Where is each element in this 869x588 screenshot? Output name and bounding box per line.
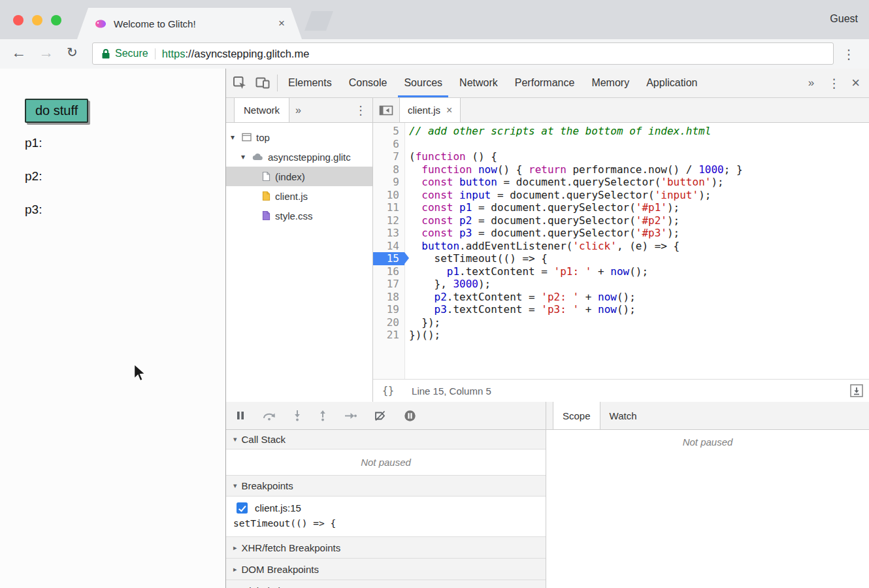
code-text: const input = document.querySelector('in…: [404, 189, 711, 202]
line-number[interactable]: 11: [373, 201, 404, 214]
code-line-7: 7(function () {: [373, 150, 869, 163]
code-line-16: 16 p1.textContent = 'p1: ' + now();: [373, 265, 869, 278]
back-icon[interactable]: ←: [11, 45, 26, 60]
line-number[interactable]: 8: [373, 163, 404, 176]
devtools-tab-application[interactable]: Application: [638, 69, 706, 97]
devtools-tab-network[interactable]: Network: [451, 69, 506, 97]
code-line-17: 17 }, 3000);: [373, 278, 869, 291]
line-number[interactable]: 18: [373, 291, 404, 304]
devtools-tab-performance[interactable]: Performance: [506, 69, 583, 97]
url-text[interactable]: https://asyncstepping.glitch.me: [162, 48, 310, 60]
address-bar[interactable]: Secure https://asyncstepping.glitch.me: [92, 42, 834, 65]
breakpoint-marker[interactable]: 15: [373, 252, 404, 265]
window-controls: [13, 15, 61, 25]
reload-icon[interactable]: ↻: [67, 46, 78, 59]
line-number[interactable]: 17: [373, 278, 404, 291]
browser-menu-icon[interactable]: ⋮: [842, 46, 855, 62]
editor-statusbar: {} Line 15, Column 5: [373, 379, 869, 402]
line-number[interactable]: 13: [373, 227, 404, 240]
code-editor[interactable]: 5// add other scripts at the bottom of i…: [373, 123, 869, 379]
pretty-print-icon[interactable]: {}: [382, 385, 394, 397]
navigator-more-tabs-icon[interactable]: »: [295, 98, 301, 122]
zoom-window-button[interactable]: [51, 15, 61, 25]
p1-text: p1:: [25, 136, 42, 150]
step-button[interactable]: [344, 412, 357, 420]
breakpoint-snippet[interactable]: setTimeout(() => {: [226, 518, 546, 529]
tab-title: Welcome to Glitch!: [114, 18, 196, 29]
minimize-window-button[interactable]: [32, 15, 42, 25]
code-line-5: 5// add other scripts at the bottom of i…: [373, 125, 869, 138]
step-over-button[interactable]: [263, 411, 276, 421]
code-line-19: 19 p3.textContent = 'p3: ' + now();: [373, 303, 869, 316]
pause-on-exceptions-button[interactable]: [404, 410, 416, 422]
inspect-element-icon[interactable]: [233, 76, 247, 90]
more-panels-icon[interactable]: »: [802, 76, 821, 90]
p3-text: p3:: [25, 203, 42, 217]
line-number[interactable]: 21: [373, 329, 404, 342]
code-line-18: 18 p2.textContent = 'p2: ' + now();: [373, 291, 869, 304]
pause-script-button[interactable]: [236, 410, 245, 421]
tree-item-asyncstepping.glitc[interactable]: ▾asyncstepping.glitc: [226, 147, 372, 167]
profile-label[interactable]: Guest: [830, 13, 858, 25]
editor-tab-clientjs[interactable]: client.js ×: [399, 98, 461, 122]
deactivate-breakpoints-button[interactable]: [374, 410, 386, 421]
tree-item--index-[interactable]: (index): [226, 167, 372, 186]
global-listeners-header[interactable]: ▸ Global Listeners: [226, 580, 546, 588]
code-text: const p2 = document.querySelector('#p2')…: [404, 214, 680, 227]
editor-tabbar: client.js ×: [373, 98, 869, 123]
call-stack-header[interactable]: ▾ Call Stack: [226, 430, 546, 449]
hide-navigator-icon[interactable]: [373, 98, 399, 122]
editor-tab-close-icon[interactable]: ×: [446, 105, 452, 116]
navigator-tab-network[interactable]: Network: [234, 98, 289, 122]
devtools-menu-icon[interactable]: ⋮: [821, 76, 847, 91]
line-number[interactable]: 10: [373, 189, 404, 202]
tree-item-client.js[interactable]: client.js: [226, 186, 372, 206]
breakpoints-header[interactable]: ▾ Breakpoints: [226, 476, 546, 497]
breakpoint-entry[interactable]: client.js:15 setTimeout(() => {: [226, 497, 546, 537]
forward-icon[interactable]: →: [39, 45, 54, 60]
tree-item-top[interactable]: ▾top: [226, 127, 372, 147]
css-icon: [262, 210, 271, 221]
tab-watch[interactable]: Watch: [600, 402, 646, 429]
tab-scope[interactable]: Scope: [553, 402, 600, 429]
line-number[interactable]: 19: [373, 303, 404, 316]
xhr-breakpoints-header[interactable]: ▸ XHR/fetch Breakpoints: [226, 537, 546, 559]
devtools-close-icon[interactable]: ×: [847, 74, 869, 91]
line-number[interactable]: 12: [373, 214, 404, 227]
dom-breakpoints-header[interactable]: ▸ DOM Breakpoints: [226, 559, 546, 580]
line-number[interactable]: 14: [373, 240, 404, 253]
chevron-down-icon[interactable]: ▾: [241, 152, 250, 161]
devtools-toolbar: ElementsConsoleSourcesNetworkPerformance…: [226, 69, 869, 98]
tree-item-style.css[interactable]: style.css: [226, 206, 372, 225]
breakpoint-location[interactable]: client.js:15: [255, 502, 301, 514]
devtools-tab-memory[interactable]: Memory: [583, 69, 638, 97]
close-window-button[interactable]: [13, 15, 24, 25]
call-stack-label: Call Stack: [242, 434, 286, 445]
devtools-tab-console[interactable]: Console: [340, 69, 396, 97]
code-text: p2.textContent = 'p2: ' + now();: [404, 291, 636, 304]
step-into-button[interactable]: [293, 410, 301, 421]
chevron-down-icon[interactable]: ▾: [231, 133, 239, 142]
browser-tab[interactable]: Welcome to Glitch! ×: [77, 8, 302, 39]
line-number[interactable]: 7: [373, 150, 404, 163]
line-number[interactable]: 6: [373, 138, 404, 151]
line-number[interactable]: 5: [373, 125, 404, 138]
glitch-favicon-icon: [94, 19, 107, 29]
new-tab-button[interactable]: [304, 11, 333, 31]
devtools-tab-sources[interactable]: Sources: [395, 69, 451, 97]
do-stuff-button[interactable]: do stuff: [25, 99, 88, 123]
breakpoints-label: Breakpoints: [242, 480, 293, 491]
devtools-tab-elements[interactable]: Elements: [280, 69, 340, 97]
breakpoint-checkbox[interactable]: [237, 502, 248, 514]
code-line-20: 20 });: [373, 316, 869, 329]
navigator-menu-icon[interactable]: ⋮: [355, 98, 367, 122]
device-toolbar-icon[interactable]: [255, 77, 270, 89]
line-number[interactable]: 16: [373, 265, 404, 278]
step-out-button[interactable]: [319, 410, 327, 421]
expand-sidebar-icon[interactable]: [849, 384, 864, 398]
tab-close-icon[interactable]: ×: [278, 17, 285, 30]
line-number[interactable]: 9: [373, 176, 404, 189]
file-tree: ▾top▾asyncstepping.glitc(index)client.js…: [226, 123, 372, 225]
code-text: p1.textContent = 'p1: ' + now();: [404, 265, 648, 278]
line-number[interactable]: 20: [373, 316, 404, 329]
